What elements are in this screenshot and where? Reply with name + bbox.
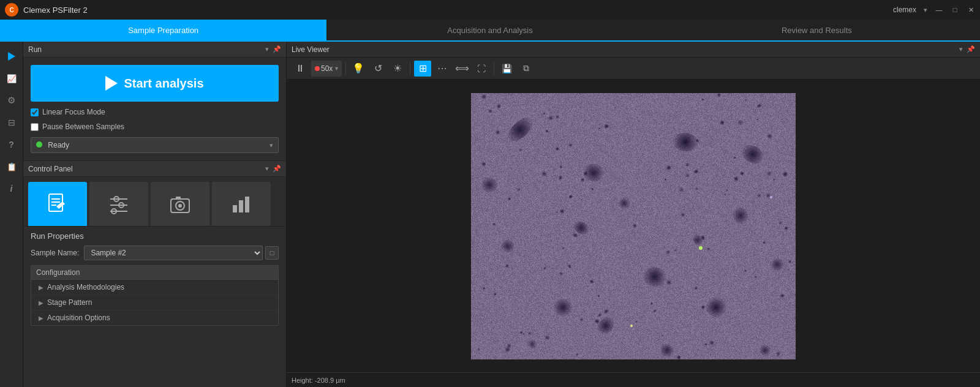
start-analysis-button[interactable]: Start analysis xyxy=(31,65,279,102)
save-button[interactable]: 💾 xyxy=(498,61,515,77)
config-stage-label: Stage Pattern xyxy=(47,298,92,307)
pause-between-checkbox[interactable] xyxy=(31,123,39,131)
fullscreen-button[interactable]: ⛶ xyxy=(473,61,490,77)
svg-rect-15 xyxy=(233,205,237,212)
sidebar-icon-help[interactable]: ? xyxy=(2,135,21,154)
maximize-button[interactable]: □ xyxy=(951,6,959,14)
run-panel-header: Run ▾ 📌 xyxy=(23,42,286,58)
run-panel-pin[interactable]: 📌 xyxy=(273,45,281,53)
run-panel-dropdown[interactable]: ▾ xyxy=(265,45,269,53)
status-content: Ready xyxy=(36,141,69,149)
run-properties-content: Run Properties Sample Name: Sample #2 □ … xyxy=(23,226,286,336)
sidebar-icon-play[interactable] xyxy=(2,47,21,66)
minimize-button[interactable]: — xyxy=(935,6,943,14)
cp-tab-camera[interactable] xyxy=(151,182,209,226)
sidebar-icon-clipboard[interactable]: 📋 xyxy=(2,157,21,176)
ruler-button[interactable]: ⟺ xyxy=(453,61,470,77)
status-dropdown[interactable]: Ready ▾ xyxy=(31,137,279,153)
linear-focus-checkbox[interactable] xyxy=(31,108,39,116)
titlebar: C Clemex PSFilter 2 clemex ▾ — □ ✕ xyxy=(0,0,980,20)
titlebar-user: clemex xyxy=(893,6,916,14)
viewer-toolbar: ⏸ 50x ▾ 💡 ↺ ☀ ⊞ ⋯ ⟺ ⛶ xyxy=(287,58,980,80)
mag-dropdown-arrow[interactable]: ▾ xyxy=(335,65,338,72)
viewer-pin-btn[interactable]: 📌 xyxy=(967,45,975,53)
status-label: Ready xyxy=(48,141,69,149)
configuration-header: Configuration xyxy=(31,266,278,280)
sample-name-select[interactable]: Sample #2 xyxy=(84,246,263,260)
run-section: Start analysis Linear Focus Mode Pause B… xyxy=(23,58,286,161)
control-panel-header: Control Panel ▾ 📌 xyxy=(23,161,286,177)
viewer-header-right: ▾ 📌 xyxy=(959,45,975,53)
viewer-dropdown-arrow[interactable]: ▾ xyxy=(959,45,963,53)
config-item-stage[interactable]: ▶ Stage Pattern xyxy=(31,295,278,310)
recording-dot xyxy=(315,66,320,71)
rotate-button[interactable]: ↺ xyxy=(369,61,386,77)
titlebar-right: clemex ▾ — □ ✕ xyxy=(893,6,975,14)
run-panel-controls: ▾ 📌 xyxy=(265,45,281,53)
dots-button[interactable]: ⋯ xyxy=(434,61,451,77)
svg-rect-14 xyxy=(176,197,181,200)
config-item-methodologies[interactable]: ▶ Analysis Methodologies xyxy=(31,280,278,295)
sidebar-icon-gear[interactable]: ⚙ xyxy=(2,91,21,110)
camera-icon xyxy=(169,193,191,215)
sidebar-icon-chart[interactable]: 📈 xyxy=(2,69,21,88)
chevron-icon-acquisition: ▶ xyxy=(39,315,43,321)
chevron-icon-methodologies: ▶ xyxy=(39,284,43,291)
copy-button[interactable]: ⧉ xyxy=(518,61,535,77)
toolbar-sep-1 xyxy=(345,62,346,75)
start-analysis-label: Start analysis xyxy=(124,77,203,91)
viewer-canvas xyxy=(287,80,980,372)
scan-grid-button[interactable]: ⊞ xyxy=(414,61,431,77)
magnification-group[interactable]: 50x ▾ xyxy=(311,61,342,77)
sample-name-label: Sample Name: xyxy=(31,249,79,257)
app-title: Clemex PSFilter 2 xyxy=(23,6,88,15)
light-button[interactable]: 💡 xyxy=(350,61,367,77)
document-icon xyxy=(47,193,69,215)
pause-between-row: Pause Between Samples xyxy=(31,122,279,131)
config-methodologies-label: Analysis Methodologies xyxy=(47,283,124,291)
chevron-icon-stage: ▶ xyxy=(39,299,43,306)
tab-acquisition-analysis[interactable]: Acquisition and Analysis xyxy=(326,20,653,42)
run-panel-title: Run xyxy=(28,45,42,54)
left-panel: Run ▾ 📌 Start analysis Linear Focus Mode… xyxy=(23,42,287,387)
linear-focus-label: Linear Focus Mode xyxy=(42,108,105,116)
configuration-section: Configuration ▶ Analysis Methodologies ▶… xyxy=(31,265,279,326)
cp-tab-settings[interactable] xyxy=(89,182,148,226)
app-logo: C xyxy=(5,3,18,17)
main-tabs: Sample Preparation Acquisition and Analy… xyxy=(0,20,980,42)
control-panel-title: Control Panel xyxy=(28,165,73,173)
content-area: 📈 ⚙ ⊟ ? 📋 i Run ▾ 📌 Start analysis xyxy=(0,42,980,387)
viewer-title: Live Viewer xyxy=(292,45,330,54)
sidebar-icon-layers[interactable]: ⊟ xyxy=(2,113,21,132)
cp-tab-run-properties[interactable] xyxy=(28,182,87,226)
pause-between-label: Pause Between Samples xyxy=(42,122,124,131)
user-dropdown-arrow[interactable]: ▾ xyxy=(924,6,927,14)
sample-name-row: Sample Name: Sample #2 □ xyxy=(31,246,279,260)
bar-chart-icon xyxy=(230,193,252,215)
tab-sample-preparation[interactable]: Sample Preparation xyxy=(0,20,326,42)
sample-name-edit-btn[interactable]: □ xyxy=(265,246,279,260)
sample-name-input-wrap: Sample #2 □ xyxy=(84,246,279,260)
control-panel-pin[interactable]: 📌 xyxy=(273,165,281,173)
control-panel-dropdown[interactable]: ▾ xyxy=(265,165,269,173)
brightness-button[interactable]: ☀ xyxy=(389,61,406,77)
config-item-acquisition[interactable]: ▶ Acquisition Options xyxy=(31,310,278,325)
svg-rect-17 xyxy=(245,197,249,212)
sidebar-icon-info[interactable]: i xyxy=(2,179,21,198)
cp-tab-stats[interactable] xyxy=(212,182,271,226)
run-properties-title: Run Properties xyxy=(31,231,279,241)
control-panel-controls: ▾ 📌 xyxy=(265,165,281,173)
control-panel-tabs xyxy=(23,177,286,226)
sliders-icon xyxy=(108,193,130,215)
sidebar-icons: 📈 ⚙ ⊟ ? 📋 i xyxy=(0,42,23,387)
toolbar-sep-2 xyxy=(410,62,410,75)
config-acquisition-label: Acquisition Options xyxy=(47,314,110,322)
right-panel: Live Viewer ▾ 📌 ⏸ 50x ▾ 💡 ↺ ☀ xyxy=(287,42,980,387)
play-icon xyxy=(105,76,118,91)
pause-button[interactable]: ⏸ xyxy=(292,61,309,77)
tab-review-results[interactable]: Review and Results xyxy=(654,20,980,42)
svg-rect-16 xyxy=(239,200,243,212)
close-button[interactable]: ✕ xyxy=(967,6,975,14)
svg-point-13 xyxy=(178,204,182,208)
control-panel-section: Control Panel ▾ 📌 xyxy=(23,161,286,387)
